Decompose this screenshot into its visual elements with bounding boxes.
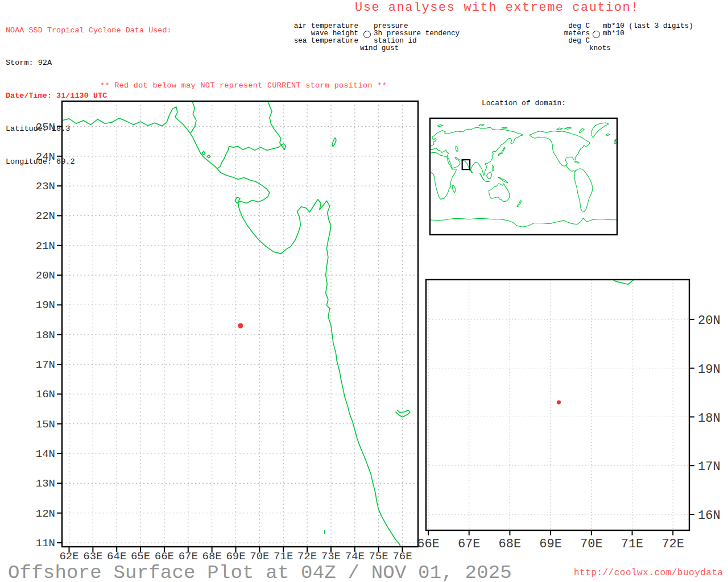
- coastline-segment: [606, 134, 610, 136]
- coastline-segment: [498, 177, 508, 183]
- units-circle-icon: [593, 31, 600, 38]
- coastline-segment: [474, 32, 483, 85]
- coastline-segment: [191, 99, 196, 132]
- lon-axis-label: 65E: [131, 550, 150, 563]
- lat-axis-label: 20N: [36, 269, 55, 282]
- legend-pressure-tendency: 3h pressure tendency: [374, 30, 460, 38]
- legend-wind-gust: wind gust: [360, 45, 399, 52]
- coastline-segment: [207, 155, 210, 158]
- legend-unit-mb10-last3: mb*10 (last 3 digits): [603, 23, 693, 30]
- coastline-segment: [502, 127, 507, 128]
- datetime-line: Date/Time: 31/1130 UTC: [6, 90, 172, 101]
- legend-unit-knots: knots: [589, 45, 611, 52]
- map-border: [426, 280, 689, 530]
- coastline-segment: [487, 172, 492, 178]
- inset-lon-label: 70E: [580, 537, 603, 551]
- lat-axis-label: 21N: [36, 240, 55, 252]
- station-circle-icon: [363, 31, 371, 38]
- legend-sea-temperature: sea temperature: [284, 38, 358, 45]
- lon-axis-label: 66E: [155, 550, 174, 563]
- legend-unit-meters: meters: [540, 30, 590, 38]
- inset-lon-label: 69E: [539, 537, 562, 551]
- storm-position-dot: [238, 323, 243, 328]
- coastline-segment: [498, 147, 506, 156]
- coastline: [430, 123, 617, 227]
- inset-lon-label: 66E: [417, 537, 440, 551]
- coastline-segment: [493, 117, 498, 122]
- lat-axis-label: 13N: [36, 477, 55, 490]
- coastline-segment: [557, 128, 562, 130]
- inset-lat-label: 20N: [698, 314, 721, 328]
- coastline: [253, 32, 728, 582]
- lat-axis-label: 17N: [36, 359, 55, 371]
- coastline-segment: [217, 169, 402, 549]
- lat-axis-label: 11N: [36, 537, 55, 550]
- storm-position-warning: ** Red dot below may NOT represent CURRE…: [100, 81, 387, 90]
- buoy-plot-page: { "header": { "source_line": "NOAA SSD T…: [0, 0, 728, 582]
- inset-lon-label: 67E: [458, 537, 481, 551]
- lon-axis-label: 69E: [226, 550, 245, 563]
- inset-lon-label: 72E: [661, 537, 684, 551]
- coastline-segment: [456, 146, 458, 152]
- coastline-segment: [614, 139, 617, 144]
- coastline-segment: [430, 152, 457, 199]
- coastline-segment: [565, 127, 572, 130]
- coastline-segment: [489, 184, 510, 202]
- domain-inset-title: Location of domain:: [430, 99, 618, 107]
- lat-axis-label: 18N: [36, 329, 55, 342]
- coastline-segment: [574, 169, 593, 212]
- lon-axis-label: 71E: [274, 550, 293, 563]
- map-border: [430, 118, 617, 235]
- coastline-segment: [471, 171, 473, 172]
- coastline-segment: [430, 218, 617, 227]
- longitude-line: Longitude: 69.2: [6, 156, 172, 167]
- coastline-segment: [452, 185, 456, 193]
- storm-info-header: NOAA SSD Tropical Cyclone Data Used: Sto…: [6, 3, 172, 178]
- legend-pressure: pressure: [374, 23, 408, 30]
- inset-lat-label: 18N: [698, 411, 721, 426]
- inset-lon-label: 71E: [621, 537, 644, 551]
- legend-air-temperature: air temperature: [284, 23, 358, 30]
- zoom-inset-grid: [426, 280, 689, 530]
- coastline-segment: [324, 530, 325, 534]
- lon-axis-label: 68E: [202, 550, 222, 563]
- inset-lat-label: 16N: [698, 509, 721, 523]
- coastline-segment: [253, 33, 263, 36]
- plot-title: Offshore Surface Plot at 04Z / NOV 01, 2…: [8, 562, 512, 582]
- coastline-segment: [579, 128, 584, 133]
- lon-axis-label: 62E: [59, 550, 78, 563]
- lon-axis-label: 74E: [345, 550, 365, 563]
- legend-unit-degc-sea: deg C: [540, 38, 590, 45]
- lon-axis-label: 64E: [107, 550, 126, 563]
- caution-banner: Use analyses with extreme caution!: [355, 1, 639, 15]
- lat-axis-label: 16N: [36, 388, 55, 401]
- lon-axis-label: 63E: [83, 550, 102, 563]
- legend-wave-height: wave height: [284, 30, 358, 38]
- lon-axis-label: 72E: [297, 550, 317, 563]
- coastline-segment: [332, 138, 336, 146]
- coastline-segment: [430, 127, 523, 175]
- coastline-segment: [574, 161, 579, 163]
- coastline-segment: [716, 94, 723, 109]
- coastline-segment: [202, 151, 205, 155]
- lon-axis-label: 67E: [179, 550, 198, 563]
- coastline-segment: [530, 131, 590, 166]
- coastline-segment: [519, 145, 728, 582]
- coastline-segment: [517, 201, 522, 207]
- coastline-segment: [396, 410, 410, 417]
- inset-lon-label: 68E: [499, 537, 522, 551]
- coastline-segment: [480, 173, 485, 181]
- legend-station-id: station id: [374, 38, 417, 45]
- coastline-segment: [437, 124, 443, 126]
- storm-position-dot-inset: [557, 400, 561, 404]
- coastline-segment: [566, 165, 576, 171]
- lat-axis-label: 15N: [36, 418, 55, 431]
- storm-id-line: Storm: 92A: [6, 57, 172, 68]
- lon-axis-label: 76E: [392, 550, 412, 563]
- legend-unit-degc-air: deg C: [540, 23, 590, 30]
- lat-axis-label: 12N: [36, 508, 55, 520]
- data-source-line: NOAA SSD Tropical Cyclone Data Used:: [6, 25, 172, 36]
- lon-axis-label: 75E: [369, 550, 388, 563]
- latitude-line: Latitude: 18.3: [6, 123, 172, 134]
- coastline-segment: [479, 124, 484, 126]
